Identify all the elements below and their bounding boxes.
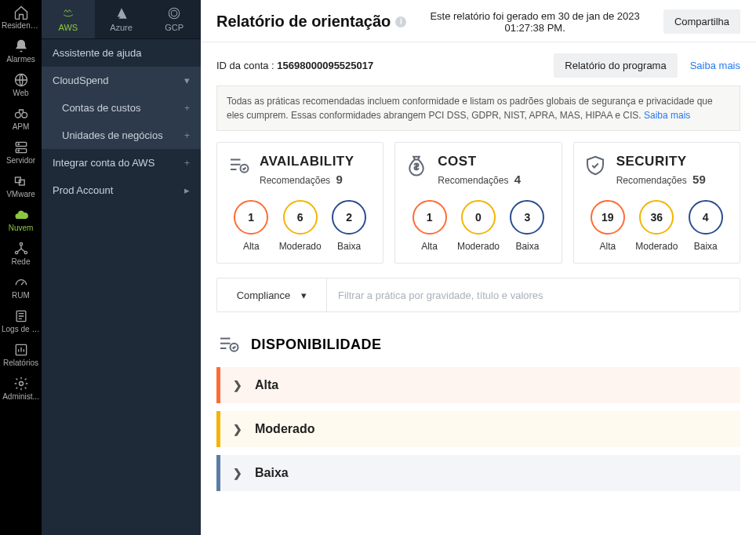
rail-item-web[interactable]: Web <box>0 67 42 101</box>
tab-gcp[interactable]: GCP <box>147 0 201 38</box>
account-id-label: ID da conta : <box>216 60 274 71</box>
sidebar-item-business-units[interactable]: Unidades de negócios + <box>42 122 201 149</box>
money-bag-icon <box>405 154 428 177</box>
page-title-text: Relatório de orientação <box>216 13 391 31</box>
gauge-icon <box>13 275 29 290</box>
gcp-icon <box>167 6 181 20</box>
rec-count: 4 <box>514 173 521 186</box>
accordion-label: Baixa <box>255 466 289 480</box>
sev-label-low: Baixa <box>505 241 549 252</box>
rail-item-home[interactable]: Residencial <box>0 0 42 34</box>
chevron-right-icon: ❯ <box>233 467 242 479</box>
summary-cards: AVAILABILITY Recomendações 9 1Alta 6Mode… <box>201 142 756 278</box>
info-icon[interactable]: i <box>395 16 406 27</box>
accordion-moderate[interactable]: ❯ Moderado <box>216 411 740 447</box>
rec-label: Recomendações <box>616 175 687 186</box>
shield-icon <box>583 154 607 177</box>
plus-icon[interactable]: + <box>184 130 190 141</box>
sec-mod-count[interactable]: 36 <box>639 200 674 235</box>
gear-icon <box>13 376 29 391</box>
plus-icon[interactable]: + <box>184 158 190 169</box>
cloud-tabs: AWS Azure GCP <box>42 0 201 39</box>
card-title: AVAILABILITY <box>260 154 354 169</box>
sidebar-item-label: Integrar conta do AWS <box>53 157 154 169</box>
rail-item-alarms[interactable]: Alarmes <box>0 34 42 67</box>
rail-item-server[interactable]: Servidor <box>0 135 42 169</box>
rail-label: APM <box>0 123 42 131</box>
notice-text: Todas as práticas recomendadas incluem c… <box>227 96 713 121</box>
card-cost: COST Recomendações 4 1Alta 0Moderado 3Ba… <box>394 142 562 264</box>
svg-point-9 <box>20 243 22 246</box>
rail-label: VMware <box>0 191 42 198</box>
sidebar-item-help[interactable]: Assistente de ajuda <box>42 39 201 67</box>
topbar: Relatório de orientação i Este relatório… <box>201 0 756 42</box>
checklist-icon <box>227 154 250 177</box>
binoculars-icon <box>13 106 29 122</box>
rail-item-apm[interactable]: APM <box>0 101 42 135</box>
learn-more-link[interactable]: Saiba mais <box>690 60 740 71</box>
tab-aws[interactable]: AWS <box>42 0 95 38</box>
rail-item-network[interactable]: Rede <box>0 236 42 270</box>
account-id-value: 15698000095525017 <box>277 60 373 71</box>
avail-low-count[interactable]: 2 <box>332 200 366 235</box>
tab-azure[interactable]: Azure <box>95 0 148 38</box>
rail-label: Rede <box>0 258 42 266</box>
sidebar-item-label: CloudSpend <box>53 75 109 86</box>
card-title: COST <box>438 154 521 169</box>
accordion-low[interactable]: ❯ Baixa <box>216 455 740 491</box>
accordion-label: Alta <box>255 378 278 392</box>
bell-icon <box>13 38 29 54</box>
share-button[interactable]: Compartilha <box>663 9 740 34</box>
globe-icon <box>13 72 29 88</box>
generated-timestamp: Este relatório foi gerado em 30 de jan d… <box>417 10 652 34</box>
svg-point-6 <box>18 151 19 151</box>
sidebar-panel: AWS Azure GCP Assistente de ajuda CloudS… <box>42 0 201 535</box>
filter-input[interactable] <box>327 278 740 311</box>
sidebar-item-label: Unidades de negócios <box>62 129 163 141</box>
chevron-right-icon: ❯ <box>233 423 242 435</box>
rail-label: RUM <box>0 292 42 300</box>
cost-low-count[interactable]: 3 <box>510 200 544 235</box>
rail-item-logs[interactable]: Logs de a... <box>0 304 42 337</box>
rail-item-reports[interactable]: Relatórios <box>0 337 42 371</box>
chevron-right-icon: ▸ <box>184 184 190 196</box>
svg-point-15 <box>171 10 177 16</box>
avail-high-count[interactable]: 1 <box>234 200 268 235</box>
chevron-right-icon: ❯ <box>233 379 242 391</box>
card-security: SECURITY Recomendações 59 19Alta 36Moder… <box>573 142 740 264</box>
rail-item-cloud[interactable]: Nuvem <box>0 202 42 236</box>
rail-label: Servidor <box>0 157 42 165</box>
accordion-high[interactable]: ❯ Alta <box>216 367 740 403</box>
sidebar-item-cloudspend[interactable]: CloudSpend ▾ <box>42 67 201 94</box>
rec-label: Recomendações <box>260 175 330 186</box>
rail-label: Alarmes <box>0 56 42 64</box>
filter-selected: Compliance <box>237 289 291 301</box>
sidebar-item-label: Assistente de ajuda <box>53 47 141 59</box>
sec-high-count[interactable]: 19 <box>591 200 625 235</box>
rail-item-rum[interactable]: RUM <box>0 270 42 304</box>
vmware-icon <box>13 173 29 189</box>
chart-icon <box>13 342 29 358</box>
svg-point-5 <box>18 144 19 144</box>
cost-mod-count[interactable]: 0 <box>461 200 496 235</box>
sec-low-count[interactable]: 4 <box>689 200 723 235</box>
sidebar-item-integrate-aws[interactable]: Integrar conta do AWS + <box>42 149 201 177</box>
rail-item-vmware[interactable]: VMware <box>0 169 42 202</box>
azure-icon <box>114 6 129 20</box>
svg-point-2 <box>21 112 27 118</box>
section-title: DISPONIBILIDADE <box>251 337 382 353</box>
sidebar-item-cost-accounts[interactable]: Contas de custos + <box>42 94 201 122</box>
cost-high-count[interactable]: 1 <box>413 200 447 235</box>
avail-mod-count[interactable]: 6 <box>283 200 318 235</box>
filter-dropdown[interactable]: Compliance ▾ <box>217 278 327 311</box>
program-report-button[interactable]: Relatório do programa <box>554 53 677 78</box>
rail-label: Relatórios <box>0 359 42 367</box>
plus-icon[interactable]: + <box>184 103 190 114</box>
sidebar-item-prod-account[interactable]: Prod Account ▸ <box>42 177 201 204</box>
sev-label-high: Alta <box>408 241 452 252</box>
sev-label-mod: Moderado <box>634 241 678 252</box>
rail-item-admin[interactable]: Administ... <box>0 371 42 405</box>
home-icon <box>13 5 29 20</box>
notice-learn-more-link[interactable]: Saiba mais <box>644 110 690 121</box>
page-title: Relatório de orientação i <box>216 13 406 31</box>
